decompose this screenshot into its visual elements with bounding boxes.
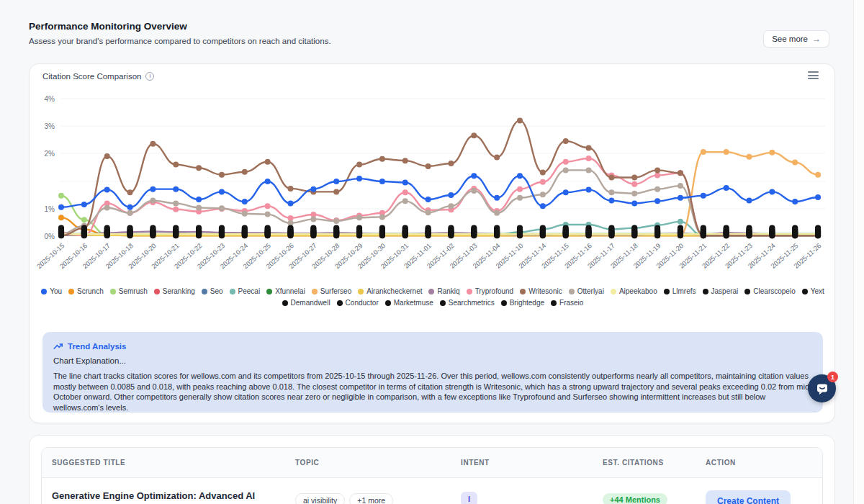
legend-color-dot (428, 289, 434, 294)
legend-item-xfunnelai[interactable]: Xfunnelai (266, 287, 305, 295)
legend-item-scrunch[interactable]: Scrunch (68, 287, 104, 295)
legend-item-jasperai[interactable]: Jasperai (703, 287, 739, 295)
trend-analysis-subtitle: Chart Explanation... (53, 356, 812, 365)
legend-item-demandwell[interactable]: Demandwell (282, 299, 330, 307)
legend-item-searchmetrics[interactable]: Searchmetrics (440, 299, 495, 307)
legend-item-rankiq[interactable]: Rankiq (428, 287, 459, 295)
legend-row-1: YouScrunchSemrushSerankingSeoPeecaiXfunn… (30, 287, 836, 295)
chat-notification-badge: 1 (827, 372, 838, 382)
chat-bubble-icon (815, 382, 829, 396)
legend-item-conductor[interactable]: Conductor (337, 299, 379, 307)
legend-item-writesonic[interactable]: Writesonic (520, 287, 562, 295)
legend-label: Jasperai (711, 287, 739, 295)
legend-label: Fraseio (559, 299, 583, 307)
page-subtitle: Assess your brand's performance compared… (29, 37, 331, 45)
legend-color-dot (569, 289, 575, 294)
chat-widget-button[interactable]: 1 (808, 374, 836, 402)
legend-item-otterlyai[interactable]: Otterlyai (569, 287, 604, 295)
legend-item-you[interactable]: You (41, 287, 62, 295)
page: Performance Monitoring Overview Assess y… (0, 0, 864, 504)
legend-label: Llmrefs (672, 287, 696, 295)
legend-label: You (50, 287, 62, 295)
legend-color-dot (68, 289, 74, 294)
legend-label: Tryprofound (475, 287, 514, 295)
legend-color-dot (664, 289, 670, 294)
header-topic: TOPIC (295, 459, 461, 467)
legend-color-dot (385, 300, 391, 306)
legend-label: Otterlyai (577, 287, 604, 295)
topic-pill[interactable]: ai visibility (295, 493, 345, 504)
see-more-button[interactable]: See more → (763, 30, 829, 48)
legend-label: Conductor (346, 299, 379, 307)
action-cell: Create Content (706, 478, 822, 504)
legend-row-2: DemandwellConductorMarketmuseSearchmetri… (30, 299, 836, 307)
legend-item-llmrefs[interactable]: Llmrefs (664, 287, 696, 295)
legend-label: Xfunnelai (275, 287, 305, 295)
chart-legend: YouScrunchSemrushSerankingSeoPeecaiXfunn… (30, 287, 836, 307)
legend-item-aipeekaboo[interactable]: Aipeekaboo (611, 287, 657, 295)
legend-item-airankcheckernet[interactable]: Airankcheckernet (358, 287, 422, 295)
topic-cell: ai visibility +1 more (295, 478, 461, 504)
legend-color-dot (358, 289, 364, 294)
table-header-row: SUGGESTED TITLE TOPIC INTENT EST. CITATI… (42, 448, 822, 478)
legend-label: Seranking (163, 287, 195, 295)
legend-label: Brightedge (510, 299, 544, 307)
legend-color-dot (110, 289, 116, 294)
arrow-right-icon: → (812, 34, 821, 44)
suggestions-table-card: SUGGESTED TITLE TOPIC INTENT EST. CITATI… (29, 435, 835, 504)
legend-color-dot (312, 289, 318, 294)
chart-title: Citation Score Comparison (42, 72, 141, 81)
table-row: Generative Engine Optimization: Advanced… (42, 478, 822, 504)
legend-color-dot (202, 289, 207, 294)
legend-color-dot (337, 300, 343, 306)
legend-item-seranking[interactable]: Seranking (154, 287, 195, 295)
legend-item-brightedge[interactable]: Brightedge (501, 299, 544, 307)
scrollbar-gutter[interactable] (853, 0, 864, 504)
legend-label: Surferseo (320, 287, 351, 295)
legend-color-dot (154, 289, 160, 294)
citation-score-card: Citation Score Comparison i YouScrunchSe… (29, 63, 835, 423)
header-action: ACTION (706, 459, 822, 467)
legend-item-seo[interactable]: Seo (202, 287, 223, 295)
topic-more-pill[interactable]: +1 more (349, 493, 393, 504)
legend-color-dot (501, 300, 507, 306)
legend-item-surferseo[interactable]: Surferseo (312, 287, 351, 295)
legend-color-dot (802, 289, 808, 294)
legend-color-dot (744, 289, 750, 294)
trending-up-icon (53, 341, 63, 351)
header-suggested-title: SUGGESTED TITLE (52, 459, 295, 467)
legend-color-dot (440, 300, 446, 306)
legend-item-tryprofound[interactable]: Tryprofound (467, 287, 514, 295)
intent-badge: I (461, 492, 477, 504)
header-intent: INTENT (461, 459, 603, 467)
create-content-button[interactable]: Create Content (706, 490, 791, 504)
legend-label: Rankiq (437, 287, 459, 295)
info-icon[interactable]: i (145, 72, 154, 81)
trend-analysis-panel: Trend Analysis Chart Explanation... The … (42, 332, 823, 413)
legend-item-yext[interactable]: Yext (802, 287, 824, 295)
trend-analysis-header: Trend Analysis (53, 341, 812, 351)
legend-color-dot (611, 289, 616, 294)
legend-color-dot (703, 289, 708, 294)
legend-item-peecai[interactable]: Peecai (230, 287, 261, 295)
legend-label: Airankcheckernet (366, 287, 422, 295)
legend-color-dot (266, 289, 272, 294)
trend-analysis-body: The line chart tracks citation scores fo… (53, 371, 812, 413)
see-more-label: See more (772, 35, 808, 43)
suggestions-table: SUGGESTED TITLE TOPIC INTENT EST. CITATI… (41, 447, 823, 504)
legend-item-marketmuse[interactable]: Marketmuse (385, 299, 433, 307)
hamburger-menu-icon[interactable] (808, 71, 819, 81)
legend-label: Marketmuse (394, 299, 433, 307)
chart-card-header: Citation Score Comparison i (42, 72, 154, 81)
legend-item-clearscopeio[interactable]: Clearscopeio (744, 287, 795, 295)
page-title: Performance Monitoring Overview (29, 21, 187, 32)
legend-item-semrush[interactable]: Semrush (110, 287, 148, 295)
legend-label: Seo (210, 287, 223, 295)
legend-label: Scrunch (77, 287, 104, 295)
legend-label: Aipeekaboo (619, 287, 657, 295)
legend-item-fraseio[interactable]: Fraseio (551, 299, 583, 307)
legend-color-dot (520, 289, 526, 294)
header-est-citations: EST. CITATIONS (603, 459, 706, 467)
intent-cell: I (461, 478, 603, 504)
est-citations-cell: +44 Mentions (603, 478, 706, 504)
